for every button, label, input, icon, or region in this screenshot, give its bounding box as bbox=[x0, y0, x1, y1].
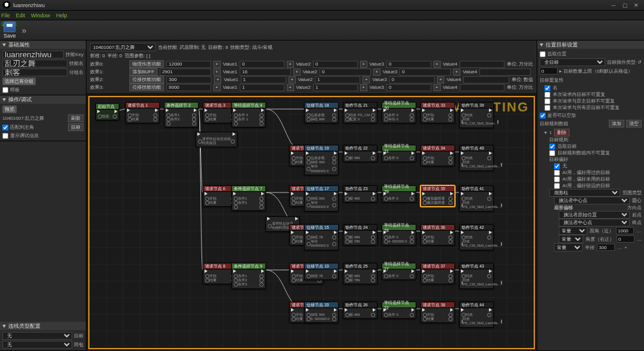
allow-empty-checkbox[interactable] bbox=[540, 113, 546, 119]
skill-dropdown[interactable]: 10401007:乱刃之舞 bbox=[90, 43, 156, 51]
ang1-type[interactable]: 常量 bbox=[559, 226, 587, 235]
menu-edit[interactable]: Edit bbox=[16, 13, 26, 18]
ang2-input[interactable] bbox=[617, 235, 634, 243]
template-checkbox[interactable] bbox=[2, 87, 8, 93]
pref3-checkbox[interactable] bbox=[554, 183, 560, 189]
graph-node[interactable]: 动作节点 25帧 489帧 789 bbox=[343, 263, 377, 284]
effect-v1[interactable] bbox=[240, 84, 284, 91]
graph-node[interactable]: 起始节点技能 bbox=[95, 103, 119, 120]
graph-node[interactable]: 动作节点 44特效特效 PS_CM_Skill_LianWe... bbox=[459, 302, 494, 328]
shape-select[interactable]: 扇形柱 bbox=[549, 189, 620, 197]
toolbar-more-icon[interactable]: » bbox=[22, 26, 27, 35]
rule-nodup-checkbox[interactable] bbox=[549, 150, 555, 156]
graph-node[interactable]: 动作节点 41特效特效 PS_CM_Skill_LianWe... bbox=[459, 185, 494, 212]
effect-v3[interactable] bbox=[386, 61, 431, 68]
rule-add-button[interactable]: 添加 bbox=[609, 120, 624, 128]
wire-target-select[interactable]: 无 bbox=[2, 332, 72, 340]
show-debug-checkbox[interactable] bbox=[2, 133, 8, 139]
graph-node[interactable]: 请求节点 35最低极限值最高极限值 bbox=[420, 185, 455, 207]
graph-node[interactable]: 请求节点 1开始结束 bbox=[125, 102, 160, 123]
effect-v3[interactable] bbox=[400, 69, 451, 76]
refresh-button[interactable]: 刷新 bbox=[68, 114, 83, 122]
graph-node[interactable]: 等待选择节点 28条件 04: 500000.0 bbox=[382, 224, 416, 246]
rule-delete-button[interactable]: 删除 bbox=[554, 129, 569, 136]
effect-v4[interactable] bbox=[463, 76, 509, 83]
effect-v1[interactable] bbox=[240, 61, 284, 68]
window-close-icon[interactable]: ✕ bbox=[631, 1, 642, 10]
caret-down-icon[interactable] bbox=[540, 44, 543, 46]
graph-node[interactable]: 动作节点 24帧 489帧 789 bbox=[343, 224, 377, 246]
target-limit-input[interactable] bbox=[540, 67, 558, 74]
save-button[interactable]: Save bbox=[4, 21, 16, 39]
graph-node[interactable]: 动作节点 21特效 PS_CM配置 0 bbox=[343, 102, 377, 123]
graph-node[interactable]: 等待选择节点 4条件 0条件 1 bbox=[231, 102, 266, 128]
plus-icon[interactable]: + bbox=[213, 61, 221, 68]
window-maximize-icon[interactable]: ▢ bbox=[620, 1, 630, 10]
plus-icon[interactable]: + bbox=[213, 84, 221, 91]
effect-v4[interactable] bbox=[479, 69, 531, 76]
effect-v0[interactable] bbox=[166, 84, 211, 91]
menu-window[interactable]: Window bbox=[31, 13, 50, 18]
repeat-all-checkbox[interactable] bbox=[544, 105, 550, 111]
graph-node[interactable]: 请求节点 37开始结束 bbox=[420, 263, 455, 284]
effect-v4[interactable] bbox=[460, 61, 504, 68]
window-minimize-icon[interactable]: ─ bbox=[608, 1, 619, 10]
menu-help[interactable]: Help bbox=[56, 13, 67, 18]
effect-type[interactable]: 添加BUFF bbox=[129, 68, 157, 76]
graph-node[interactable]: 等待选择节点 29条件 0 bbox=[382, 185, 416, 203]
effect-v2[interactable] bbox=[313, 84, 358, 91]
effect-v3[interactable] bbox=[389, 76, 435, 83]
graph-node[interactable]: 条件选择节 2条件1条件2 bbox=[164, 102, 199, 128]
plus-icon[interactable]: + bbox=[214, 76, 221, 83]
graph-node[interactable]: 动作节点 40特效特效 PS_CM_Skill_LianWe... bbox=[459, 145, 494, 171]
pick-pos-checkbox[interactable] bbox=[540, 51, 546, 57]
graph-node[interactable]: 动作节点 23帧 489 bbox=[343, 185, 377, 203]
effect-type[interactable]: 位移技能功能 bbox=[129, 76, 164, 83]
caret-down-icon[interactable] bbox=[2, 325, 6, 328]
group-name-input[interactable] bbox=[2, 69, 67, 76]
graph-node[interactable]: 请求收起信息动画时间前段 bbox=[196, 132, 237, 147]
effect-v1[interactable] bbox=[241, 76, 286, 83]
graph-node[interactable]: 位移节点 20持续 9995: 500000.0 bbox=[304, 302, 339, 323]
center-select[interactable]: 施法者中心点 bbox=[554, 197, 630, 204]
effect-v0[interactable] bbox=[160, 69, 211, 76]
menu-file[interactable]: File bbox=[1, 13, 10, 18]
match-target-btn[interactable]: 目标 bbox=[68, 123, 83, 131]
caret-down-icon[interactable] bbox=[2, 44, 6, 46]
graph-node[interactable]: 等待选择节点 27条件 0 bbox=[382, 263, 416, 280]
effect-v2[interactable] bbox=[315, 76, 360, 83]
graph-node[interactable]: 请求节点 36开始结束 bbox=[420, 224, 455, 246]
effect-v2[interactable] bbox=[320, 69, 371, 76]
effect-v0[interactable] bbox=[166, 76, 212, 83]
effect-v4[interactable] bbox=[460, 84, 504, 91]
effect-v2[interactable] bbox=[313, 61, 358, 68]
pref2-checkbox[interactable] bbox=[554, 176, 560, 182]
skill-key-input[interactable] bbox=[2, 51, 64, 58]
node-graph[interactable]: SIMULATING 起始节点技能请求节点 1开始结束条件选择节 2条件1条件2… bbox=[88, 96, 535, 349]
skill-name-input[interactable] bbox=[2, 60, 67, 67]
repeat-orig-checkbox[interactable] bbox=[544, 98, 550, 104]
graph-node[interactable]: 位移节点 17持续 999等待 999999/0.0 bbox=[304, 185, 339, 212]
end-select[interactable]: 施法者中心点 bbox=[559, 219, 630, 226]
graph-node[interactable]: 请求节点 33开始结束 bbox=[420, 102, 455, 123]
ang2-type[interactable]: 常量 bbox=[559, 235, 583, 243]
wire-pack-select[interactable]: 无 bbox=[2, 341, 72, 349]
graph-node[interactable]: 动作节点 22帧 489 bbox=[343, 145, 377, 162]
has-group-chip[interactable]: 选择已有分组 bbox=[2, 77, 36, 85]
graph-node[interactable]: 等待选择节点 31条件 0 bbox=[382, 145, 416, 162]
caret-down-icon[interactable] bbox=[2, 98, 6, 101]
graph-node[interactable]: 位移节点 18位移参数持续 999 bbox=[304, 102, 339, 123]
pref-none-checkbox[interactable] bbox=[554, 163, 560, 169]
pref1-checkbox[interactable] bbox=[554, 170, 560, 176]
graph-node[interactable]: 动作节点 26帧 489 bbox=[343, 302, 377, 319]
graph-node[interactable]: 动作节点 42特效特效 PS_CM_Skill_LianWe... bbox=[459, 224, 494, 250]
graph-node[interactable]: 等待选择节点 30条件 0等待 0 bbox=[382, 102, 416, 123]
preview-button[interactable]: 预览 bbox=[2, 105, 17, 113]
effect-type[interactable]: 位移技能功能 bbox=[129, 83, 164, 91]
repeat-name-checkbox[interactable] bbox=[544, 85, 550, 91]
plus-icon[interactable]: + bbox=[213, 69, 221, 76]
graph-node[interactable]: 请求节点 38开始结束 bbox=[420, 302, 455, 323]
rule-pick-checkbox[interactable] bbox=[549, 144, 555, 150]
graph-node[interactable]: 请求节点 34开始结束 bbox=[420, 145, 455, 166]
graph-node[interactable]: 位移节点 15持续 78等待 999999/0.0 bbox=[304, 224, 339, 250]
